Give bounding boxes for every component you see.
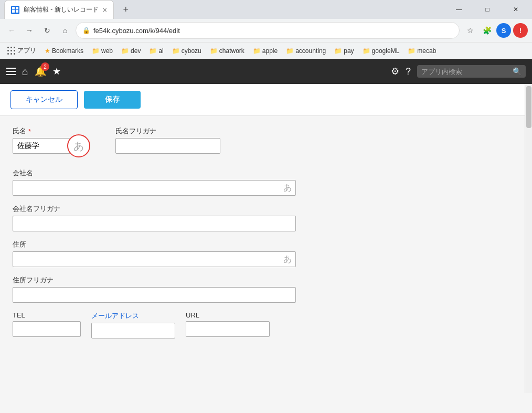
settings-icon[interactable]: ⚙ bbox=[391, 66, 399, 77]
url-input[interactable] bbox=[186, 321, 270, 337]
url-label: URL bbox=[186, 311, 270, 319]
home-icon[interactable]: ⌂ bbox=[22, 66, 28, 78]
folder-icon: 📁 bbox=[363, 47, 370, 55]
scrollbar[interactable] bbox=[525, 84, 532, 393]
home-button[interactable]: ⌂ bbox=[58, 23, 72, 38]
extensions-button[interactable]: 🧩 bbox=[480, 23, 494, 38]
new-tab-button[interactable]: + bbox=[118, 4, 134, 15]
address-input[interactable] bbox=[13, 251, 296, 267]
tel-col: TEL bbox=[13, 311, 81, 338]
back-button[interactable]: ← bbox=[4, 23, 19, 38]
page-content: キャンセル 保存 氏名 * あ bbox=[0, 84, 525, 393]
email-input[interactable] bbox=[91, 323, 175, 338]
title-bar: 顧客情報 - 新しいレコード × + — □ ✕ bbox=[0, 0, 532, 19]
address-label: 住所 bbox=[13, 240, 512, 249]
forward-button[interactable]: → bbox=[22, 23, 37, 38]
bookmark-pay[interactable]: 📁 pay bbox=[331, 46, 357, 56]
favorites-icon[interactable]: ★ bbox=[52, 66, 61, 77]
tab-close-button[interactable]: × bbox=[103, 6, 107, 14]
email-col: メールアドレス bbox=[91, 311, 175, 338]
bookmark-bookmarks[interactable]: ★ Bookmarks bbox=[41, 46, 87, 56]
company-label: 会社名 bbox=[13, 168, 512, 178]
folder-icon: 📁 bbox=[286, 47, 294, 55]
cancel-button[interactable]: キャンセル bbox=[10, 90, 78, 109]
bm-googleml-label: googleML bbox=[372, 47, 400, 55]
folder-icon: 📁 bbox=[253, 47, 261, 55]
folder-icon: 📁 bbox=[210, 47, 218, 55]
company-input[interactable] bbox=[13, 180, 296, 196]
bookmark-star-button[interactable]: ☆ bbox=[463, 23, 477, 38]
bm-web-label: web bbox=[101, 47, 113, 55]
page-wrapper: キャンセル 保存 氏名 * あ bbox=[0, 84, 532, 393]
active-tab[interactable]: 顧客情報 - 新しいレコード × bbox=[4, 0, 114, 19]
email-label: メールアドレス bbox=[91, 311, 175, 321]
folder-icon: 📁 bbox=[172, 47, 180, 55]
furigana-field-group: 氏名フリガナ bbox=[115, 126, 220, 154]
bookmark-apple[interactable]: 📁 apple bbox=[250, 46, 281, 56]
bookmark-cybozu[interactable]: 📁 cybozu bbox=[169, 46, 205, 56]
tel-email-url-group: TEL メールアドレス URL bbox=[13, 311, 512, 338]
folder-icon: 📁 bbox=[334, 47, 342, 55]
bm-pay-label: pay bbox=[344, 47, 354, 55]
help-icon[interactable]: ? bbox=[406, 66, 411, 77]
url-col: URL bbox=[186, 311, 270, 338]
company-row: 会社名 あ bbox=[13, 168, 512, 196]
address-bar[interactable]: 🔒 fe54k.cybozu.com/k/944/edit bbox=[76, 22, 460, 39]
bookmark-mecab[interactable]: 📁 mecab bbox=[405, 46, 439, 56]
address-bar-actions: ☆ 🧩 S ! bbox=[463, 23, 528, 38]
company-ime-badge: あ bbox=[283, 183, 292, 194]
address-furigana-label: 住所フリガナ bbox=[13, 276, 512, 285]
address-input-wrapper: あ bbox=[13, 251, 296, 267]
bookmark-accounting[interactable]: 📁 accounting bbox=[283, 46, 329, 56]
scrollbar-thumb[interactable] bbox=[526, 86, 531, 128]
folder-icon: 📁 bbox=[92, 47, 100, 55]
notification-badge: 2 bbox=[41, 62, 49, 71]
bookmark-chatwork[interactable]: 📁 chatwork bbox=[207, 46, 248, 56]
bm-mecab-label: mecab bbox=[417, 47, 436, 55]
bookmarks-bar: アプリ ★ Bookmarks 📁 web 📁 dev 📁 ai 📁 cyboz… bbox=[0, 42, 532, 59]
search-box[interactable]: 🔍 bbox=[417, 65, 526, 78]
maximize-button[interactable]: □ bbox=[475, 0, 499, 19]
minimize-button[interactable]: — bbox=[447, 0, 471, 19]
bookmark-ai[interactable]: 📁 ai bbox=[146, 46, 166, 56]
address-furigana-input[interactable] bbox=[13, 287, 296, 303]
user-avatar-red[interactable]: ! bbox=[513, 23, 528, 38]
bm-apple-label: apple bbox=[262, 47, 278, 55]
bookmark-dev[interactable]: 📁 dev bbox=[118, 46, 144, 56]
app-header-right: ⚙ ? 🔍 bbox=[391, 65, 526, 78]
furigana-label: 氏名フリガナ bbox=[115, 126, 220, 136]
required-indicator: * bbox=[28, 128, 31, 135]
bookmarks-label: Bookmarks bbox=[52, 47, 83, 55]
app-header: ⌂ 🔔 2 ★ ⚙ ? 🔍 bbox=[0, 59, 532, 84]
reload-button[interactable]: ↻ bbox=[40, 23, 55, 38]
apps-grid-icon bbox=[7, 47, 16, 55]
name-label: 氏名 * bbox=[13, 126, 76, 136]
address-row: 住所 あ bbox=[13, 240, 512, 267]
hamburger-menu-icon[interactable] bbox=[6, 68, 16, 75]
name-input[interactable] bbox=[13, 138, 76, 154]
company-furigana-label: 会社名フリガナ bbox=[13, 204, 512, 214]
bm-chatwork-label: chatwork bbox=[219, 47, 244, 55]
tel-email-url-row: TEL メールアドレス URL bbox=[13, 311, 512, 338]
company-furigana-input[interactable] bbox=[13, 216, 296, 231]
search-input[interactable] bbox=[421, 68, 509, 76]
furigana-input[interactable] bbox=[115, 138, 220, 154]
address-furigana-row: 住所フリガナ bbox=[13, 276, 512, 303]
bookmark-web[interactable]: 📁 web bbox=[89, 46, 116, 56]
bookmark-apps[interactable]: アプリ bbox=[4, 45, 39, 56]
profile-avatar[interactable]: S bbox=[496, 23, 511, 38]
lock-icon: 🔒 bbox=[82, 27, 90, 34]
tab-title: 顧客情報 - 新しいレコード bbox=[24, 5, 99, 14]
name-field-group: 氏名 * あ bbox=[13, 126, 76, 154]
notification-wrapper[interactable]: 🔔 2 bbox=[35, 66, 46, 77]
close-button[interactable]: ✕ bbox=[504, 0, 528, 19]
bm-cybozu-label: cybozu bbox=[182, 47, 201, 55]
name-row: 氏名 * あ 氏名フリガナ bbox=[13, 126, 512, 154]
search-icon[interactable]: 🔍 bbox=[513, 67, 522, 76]
tel-input[interactable] bbox=[13, 321, 81, 337]
name-input-wrapper: あ bbox=[13, 138, 76, 154]
save-button[interactable]: 保存 bbox=[84, 91, 141, 109]
bookmark-googleml[interactable]: 📁 googleML bbox=[359, 46, 403, 56]
action-bar: キャンセル 保存 bbox=[0, 84, 525, 116]
bm-dev-label: dev bbox=[131, 47, 141, 55]
